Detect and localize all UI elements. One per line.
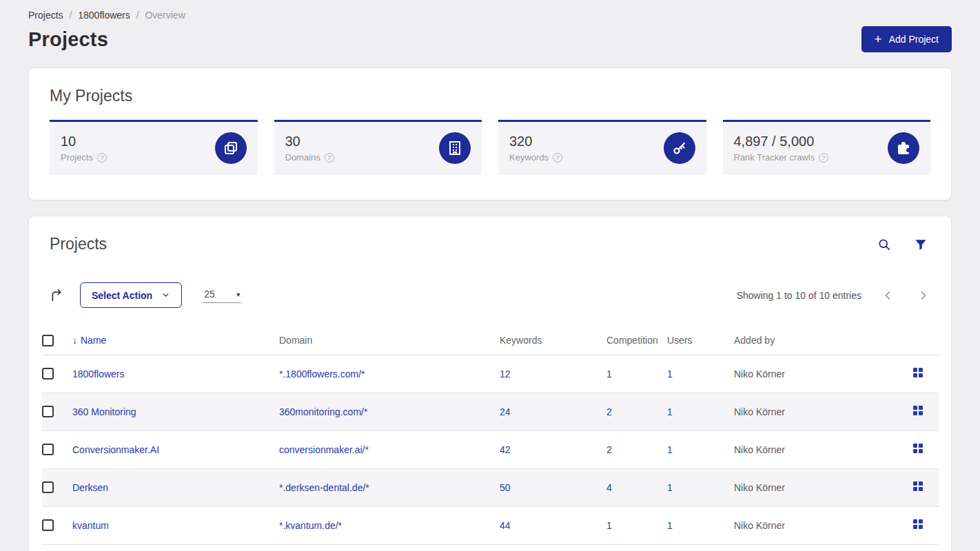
competition-count-link[interactable]: 2: [606, 444, 612, 455]
added-by: Niko Körner: [734, 430, 870, 468]
stat-tile-projects: 10 Projects ?: [50, 120, 258, 175]
plus-icon: +: [875, 32, 882, 45]
help-icon[interactable]: ?: [325, 153, 334, 163]
dashboard-icon[interactable]: [913, 481, 923, 491]
dashboard-icon[interactable]: [913, 444, 923, 453]
keywords-count-link[interactable]: 44: [500, 520, 511, 531]
help-icon[interactable]: ?: [553, 153, 562, 163]
keywords-count-link[interactable]: 12: [500, 368, 511, 380]
add-project-label: Add Project: [889, 34, 939, 45]
table-row: 1800flowers *.1800flowers.com/* 12 1 1 N…: [42, 355, 939, 393]
column-header-actions: [870, 326, 939, 355]
added-by: Niko Körner: [734, 393, 870, 430]
project-name-link[interactable]: Conversionmaker.AI: [72, 444, 159, 455]
stat-label-domains: Domains: [285, 152, 320, 163]
projects-table-card: Projects Se: [28, 216, 952, 551]
project-domain-link[interactable]: conversionmaker.ai/*: [279, 444, 369, 455]
stat-tile-domains: 30 Domains ?: [274, 120, 482, 175]
project-domain-link[interactable]: *.kvantum.de/*: [279, 520, 342, 531]
users-count-link[interactable]: 1: [667, 368, 673, 380]
stat-tile-rank-tracker: 4,897 / 5,000 Rank Tracker crawls ?: [723, 120, 931, 175]
column-header-competition[interactable]: Competition: [606, 326, 667, 355]
table-row: 360 Monitoring 360monitoring.com/* 24 2 …: [42, 393, 939, 430]
users-count-link[interactable]: 1: [667, 444, 673, 455]
project-domain-link[interactable]: *.derksen-dental.de/*: [279, 482, 369, 493]
title-row: Projects + Add Project: [28, 26, 952, 52]
prev-page-icon[interactable]: [881, 289, 895, 302]
projects-table: ↓Name Domain Keywords Competition Users …: [42, 326, 939, 545]
added-by: Niko Körner: [734, 506, 870, 544]
help-icon[interactable]: ?: [97, 153, 107, 163]
dashboard-icon[interactable]: [913, 519, 923, 529]
column-header-name[interactable]: ↓Name: [72, 326, 279, 355]
project-domain-link[interactable]: 360monitoring.com/*: [279, 406, 367, 417]
stat-label-keywords: Keywords: [509, 152, 549, 163]
select-all-checkbox[interactable]: [42, 335, 54, 346]
export-icon[interactable]: [50, 288, 64, 302]
projects-page: Projects / 1800flowers / Overview Projec…: [0, 0, 980, 551]
table-header-row: ↓Name Domain Keywords Competition Users …: [42, 326, 939, 355]
breadcrumb-separator: /: [69, 10, 72, 21]
puzzle-icon: [888, 132, 919, 164]
page-size-select[interactable]: 25 ▾: [203, 287, 241, 303]
competition-count-link[interactable]: 2: [606, 406, 612, 417]
table-toolbar: Select Action 25 ▾ Showing 1 to 10 of 10…: [50, 282, 930, 308]
stat-label-rank-tracker: Rank Tracker crawls: [734, 152, 815, 163]
search-icon[interactable]: [877, 238, 891, 251]
keywords-count-link[interactable]: 42: [500, 444, 511, 455]
row-checkbox[interactable]: [42, 481, 54, 493]
competition-count-link[interactable]: 1: [606, 520, 612, 531]
stat-value-keywords: 320: [509, 134, 562, 149]
stat-tile-keywords: 320 Keywords ?: [498, 120, 706, 175]
project-name-link[interactable]: 360 Monitoring: [72, 406, 136, 417]
competition-count-link[interactable]: 1: [606, 368, 612, 380]
users-count-link[interactable]: 1: [667, 520, 673, 531]
project-name-link[interactable]: 1800flowers: [72, 368, 125, 380]
page-size-value: 25: [204, 289, 215, 300]
row-checkbox[interactable]: [42, 519, 54, 531]
dashboard-icon[interactable]: [913, 406, 923, 415]
keywords-count-link[interactable]: 50: [500, 482, 511, 493]
projects-table-title: Projects: [50, 235, 107, 253]
key-icon: [664, 132, 695, 164]
my-projects-title: My Projects: [50, 87, 930, 105]
dashboard-icon[interactable]: [913, 368, 923, 377]
page-title: Projects: [28, 28, 108, 51]
breadcrumb-item-overview: Overview: [145, 10, 185, 21]
row-checkbox[interactable]: [42, 444, 54, 455]
competition-count-link[interactable]: 4: [606, 482, 612, 493]
my-projects-card: My Projects 10 Projects ?: [28, 67, 952, 200]
select-action-dropdown[interactable]: Select Action: [80, 282, 182, 308]
column-header-users[interactable]: Users: [667, 326, 734, 355]
row-checkbox[interactable]: [42, 368, 54, 380]
showing-entries-text: Showing 1 to 10 of 10 entries: [737, 290, 861, 301]
help-icon[interactable]: ?: [819, 153, 828, 163]
stat-value-projects: 10: [61, 134, 107, 149]
column-header-domain[interactable]: Domain: [279, 326, 500, 355]
pagination: [881, 289, 930, 302]
column-header-keywords[interactable]: Keywords: [500, 326, 606, 355]
next-page-icon[interactable]: [917, 289, 930, 302]
stat-value-rank-tracker: 4,897 / 5,000: [734, 134, 829, 149]
project-name-link[interactable]: Derksen: [72, 482, 108, 493]
added-by: Niko Körner: [734, 468, 870, 506]
users-count-link[interactable]: 1: [667, 482, 673, 493]
sort-desc-icon: ↓: [72, 335, 77, 346]
filter-icon[interactable]: [914, 238, 928, 251]
row-checkbox[interactable]: [42, 406, 54, 417]
table-row: Conversionmaker.AI conversionmaker.ai/* …: [42, 430, 939, 468]
add-project-button[interactable]: + Add Project: [861, 26, 952, 52]
project-domain-link[interactable]: *.1800flowers.com/*: [279, 368, 365, 380]
added-by: Niko Körner: [734, 355, 870, 393]
keywords-count-link[interactable]: 24: [500, 406, 511, 417]
projects-icon: [215, 132, 247, 164]
breadcrumb-separator: /: [136, 10, 139, 21]
project-name-link[interactable]: kvantum: [72, 520, 109, 531]
stat-value-domains: 30: [285, 134, 334, 149]
column-header-added-by[interactable]: Added by: [734, 326, 870, 355]
stat-tiles: 10 Projects ? 30 Domai: [50, 120, 930, 175]
breadcrumb-item-projects[interactable]: Projects: [28, 10, 63, 21]
breadcrumb-item-1800flowers[interactable]: 1800flowers: [78, 10, 130, 21]
users-count-link[interactable]: 1: [667, 406, 673, 417]
table-row: kvantum *.kvantum.de/* 44 1 1 Niko Körne…: [42, 506, 939, 544]
